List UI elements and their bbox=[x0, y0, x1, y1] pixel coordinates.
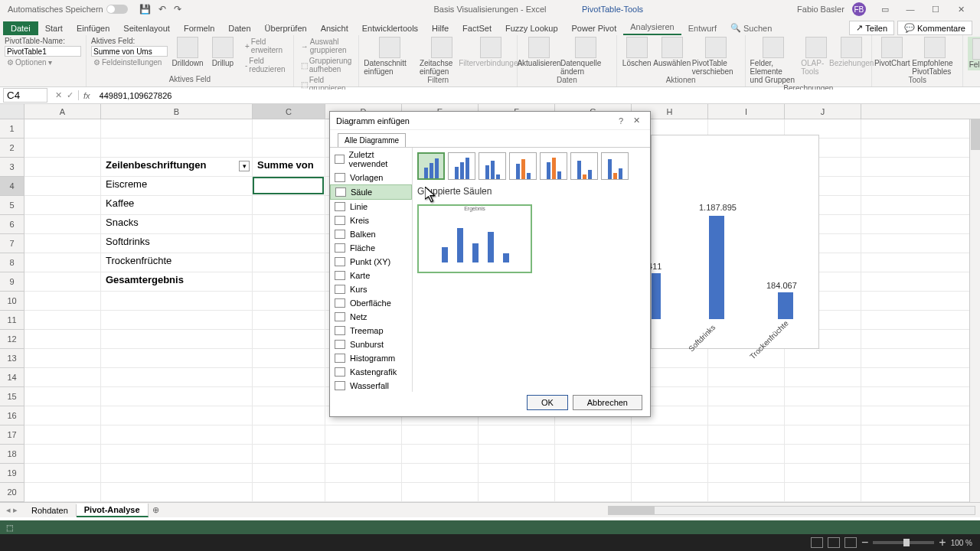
cell-C7[interactable] bbox=[253, 234, 325, 253]
cell-H19[interactable] bbox=[632, 464, 708, 482]
cell-G20[interactable] bbox=[555, 483, 632, 501]
cell-A4[interactable] bbox=[24, 177, 101, 195]
select-all-corner[interactable] bbox=[0, 104, 24, 119]
chart-type-treemap[interactable]: Treemap bbox=[330, 324, 412, 337]
row-header-12[interactable]: 12 bbox=[0, 330, 24, 349]
cell-A20[interactable] bbox=[24, 483, 101, 501]
cell-A5[interactable] bbox=[24, 196, 101, 214]
row-header-9[interactable]: 9 bbox=[0, 272, 24, 292]
insert-slicer-icon[interactable] bbox=[379, 37, 400, 58]
zoom-in-icon[interactable]: + bbox=[939, 536, 946, 549]
cell-E20[interactable] bbox=[402, 483, 479, 501]
tab-power pivot[interactable]: Power Pivot bbox=[565, 21, 624, 35]
chart-type-kastengrafik[interactable]: Kastengrafik bbox=[330, 365, 412, 379]
search-tell-me[interactable]: 🔍 Suchen bbox=[724, 21, 779, 35]
cell-B16[interactable] bbox=[101, 406, 253, 425]
refresh-icon[interactable] bbox=[528, 37, 550, 58]
dialog-help-icon[interactable]: ? bbox=[613, 116, 629, 126]
record-macro-icon[interactable]: ⬚ bbox=[6, 523, 13, 532]
cell-J14[interactable] bbox=[785, 368, 861, 386]
undo-icon[interactable]: ↶ bbox=[158, 4, 166, 15]
tab-analysieren[interactable]: Analysieren bbox=[623, 20, 681, 35]
col-header-J[interactable]: J bbox=[785, 104, 861, 119]
row-header-3[interactable]: 3 bbox=[0, 158, 24, 177]
cell-J20[interactable] bbox=[785, 483, 861, 501]
name-box[interactable] bbox=[3, 88, 47, 103]
cell-A3[interactable] bbox=[24, 158, 101, 176]
cell-B6[interactable]: Snacks bbox=[101, 215, 253, 233]
cell-A12[interactable] bbox=[24, 330, 101, 348]
share-button[interactable]: ↗ Teilen bbox=[849, 21, 894, 35]
cell-B18[interactable] bbox=[101, 445, 253, 463]
chart-type-balken[interactable]: Balken bbox=[330, 227, 412, 241]
chart-type-sule[interactable]: Säule bbox=[330, 184, 412, 200]
cell-C6[interactable] bbox=[253, 215, 325, 233]
cell-A7[interactable] bbox=[24, 234, 101, 253]
chart-subtype-2[interactable] bbox=[479, 152, 506, 180]
cell-H20[interactable] bbox=[632, 483, 708, 501]
cell-F20[interactable] bbox=[479, 483, 555, 501]
cell-C10[interactable] bbox=[253, 292, 325, 310]
cell-A10[interactable] bbox=[24, 292, 101, 310]
row-header-10[interactable]: 10 bbox=[0, 292, 24, 311]
col-header-A[interactable]: A bbox=[24, 104, 101, 119]
tab-formeln[interactable]: Formeln bbox=[177, 21, 221, 35]
formula-bar[interactable] bbox=[95, 90, 980, 102]
horizontal-scrollbar[interactable] bbox=[164, 506, 980, 515]
cancel-button[interactable]: Abbrechen bbox=[573, 395, 642, 410]
pivot-filter-dropdown[interactable]: ▾ bbox=[239, 161, 250, 171]
select-icon[interactable] bbox=[662, 37, 683, 58]
cell-B15[interactable] bbox=[101, 387, 253, 406]
cell-H18[interactable] bbox=[632, 445, 708, 463]
cell-B2[interactable] bbox=[101, 139, 253, 157]
col-header-I[interactable]: I bbox=[708, 104, 785, 119]
row-header-17[interactable]: 17 bbox=[0, 425, 24, 445]
ribbon-display-icon[interactable]: ▭ bbox=[874, 5, 897, 15]
cell-C11[interactable] bbox=[253, 311, 325, 329]
tab-factset[interactable]: FactSet bbox=[456, 21, 498, 35]
close-window-icon[interactable]: ✕ bbox=[949, 5, 972, 15]
tab-überprüfen[interactable]: Überprüfen bbox=[258, 21, 314, 35]
chart-subtype-3[interactable] bbox=[509, 152, 537, 180]
cell-A15[interactable] bbox=[24, 387, 101, 406]
cell-J19[interactable] bbox=[785, 464, 861, 482]
dialog-close-icon[interactable]: ✕ bbox=[629, 116, 644, 126]
row-header-20[interactable]: 20 bbox=[0, 483, 24, 502]
cell-G19[interactable] bbox=[555, 464, 632, 482]
cell-C12[interactable] bbox=[253, 330, 325, 348]
cell-C17[interactable] bbox=[253, 425, 325, 444]
row-header-15[interactable]: 15 bbox=[0, 387, 24, 406]
comments-button[interactable]: 💬 Kommentare bbox=[897, 21, 972, 35]
cell-B12[interactable] bbox=[101, 330, 253, 348]
cell-C18[interactable] bbox=[253, 445, 325, 463]
cell-E19[interactable] bbox=[402, 464, 479, 482]
row-header-11[interactable]: 11 bbox=[0, 311, 24, 330]
cell-C8[interactable] bbox=[253, 253, 325, 272]
row-header-8[interactable]: 8 bbox=[0, 253, 24, 272]
cell-C5[interactable] bbox=[253, 196, 325, 214]
chart-preview[interactable]: Ergebnis bbox=[417, 204, 532, 273]
zoom-out-icon[interactable]: − bbox=[861, 536, 868, 549]
tab-entwurf[interactable]: Entwurf bbox=[681, 21, 724, 35]
cell-C1[interactable] bbox=[253, 119, 325, 138]
save-icon[interactable]: 💾 bbox=[139, 4, 151, 15]
drilldown-icon[interactable] bbox=[177, 37, 198, 58]
chart-type-zuletztverwendet[interactable]: Zuletzt verwendet bbox=[330, 148, 412, 171]
chart-type-karte[interactable]: Karte bbox=[330, 269, 412, 282]
normal-view-icon[interactable] bbox=[811, 537, 823, 548]
cell-G17[interactable] bbox=[555, 425, 632, 444]
cell-I16[interactable] bbox=[708, 406, 785, 425]
drillup-icon[interactable] bbox=[212, 37, 234, 58]
cell-J13[interactable] bbox=[785, 349, 861, 367]
cell-H17[interactable] bbox=[632, 425, 708, 444]
chart-type-netz[interactable]: Netz bbox=[330, 310, 412, 324]
cell-D18[interactable] bbox=[325, 445, 402, 463]
cell-I19[interactable] bbox=[708, 464, 785, 482]
cell-F18[interactable] bbox=[479, 445, 555, 463]
tab-seitenlayout[interactable]: Seitenlayout bbox=[116, 21, 177, 35]
cell-A11[interactable] bbox=[24, 311, 101, 329]
row-header-18[interactable]: 18 bbox=[0, 445, 24, 464]
row-header-7[interactable]: 7 bbox=[0, 234, 24, 253]
chart-type-flche[interactable]: Fläche bbox=[330, 241, 412, 255]
chart-subtype-6[interactable] bbox=[601, 152, 629, 180]
